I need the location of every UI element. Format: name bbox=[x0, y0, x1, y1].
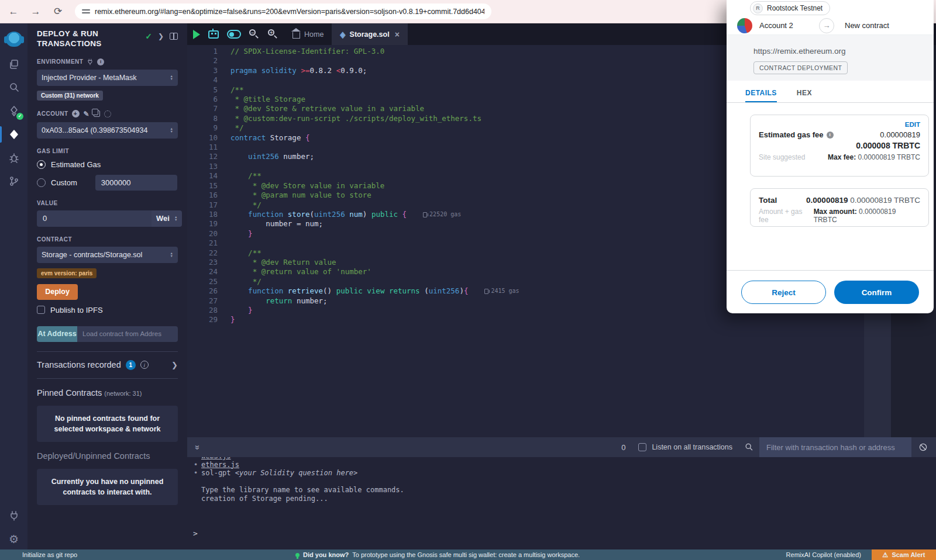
sidebar-item-git[interactable] bbox=[0, 170, 27, 193]
listen-checkbox[interactable] bbox=[638, 443, 646, 451]
sidebar-item-search[interactable] bbox=[0, 76, 27, 99]
git-branch-icon bbox=[8, 175, 20, 187]
total-value: 0.00000819 0.00000819 TRBTC bbox=[806, 196, 920, 205]
environment-label: ENVIRONMENT i bbox=[37, 58, 178, 65]
compile-success-badge: ✓ bbox=[16, 113, 23, 120]
collapse-terminal-icon[interactable]: » bbox=[193, 445, 203, 450]
info-icon[interactable]: i bbox=[97, 58, 104, 65]
terminal-line: Type the library name to see available c… bbox=[187, 486, 936, 495]
to-account: New contract bbox=[845, 21, 889, 30]
environment-select[interactable]: Injected Provider - MetaMask bbox=[37, 70, 178, 86]
value-unit-select[interactable]: Wei bbox=[152, 210, 182, 227]
activity-bar: ✓ ⚙ bbox=[0, 23, 27, 551]
publish-ipfs-checkbox[interactable] bbox=[37, 306, 45, 314]
tab-storage-sol[interactable]: ◈ Storage.sol × bbox=[332, 23, 408, 45]
network-picker[interactable]: R Rootstock Testnet bbox=[750, 1, 830, 15]
run-script-icon[interactable] bbox=[193, 30, 200, 39]
account-label: ACCOUNT + ✎ bbox=[37, 110, 178, 118]
value-label: VALUE bbox=[37, 200, 178, 206]
sidebar-item-settings[interactable]: ⚙ bbox=[0, 527, 27, 551]
at-address-button[interactable]: At Address bbox=[37, 326, 77, 342]
close-icon[interactable]: × bbox=[395, 30, 400, 39]
fuel-icon bbox=[423, 212, 427, 217]
git-init-button[interactable]: Initialize as git repo bbox=[22, 551, 77, 558]
copy-icon[interactable] bbox=[94, 110, 100, 117]
edit-gas-button[interactable]: EDIT bbox=[759, 121, 920, 128]
reject-button[interactable]: Reject bbox=[741, 281, 826, 304]
terminal[interactable]: web3.jsethers.jssol-gpt <your Solidity q… bbox=[187, 457, 936, 551]
max-amount: Max amount: 0.00000819 TRBTC bbox=[814, 208, 920, 224]
clear-filter-icon[interactable] bbox=[918, 443, 928, 452]
sidebar-item-deploy-run[interactable] bbox=[0, 123, 27, 146]
custom-gas-input[interactable] bbox=[95, 175, 177, 191]
updown-icon bbox=[170, 75, 173, 80]
gas-estimate: 22520 gas bbox=[423, 210, 461, 219]
info-icon[interactable]: i bbox=[827, 132, 834, 139]
value-input[interactable] bbox=[37, 210, 152, 227]
add-account-icon[interactable]: + bbox=[72, 110, 80, 117]
back-icon[interactable]: ← bbox=[5, 3, 22, 20]
account-select[interactable]: 0xA03...85ac4 (0.398673504934 bbox=[37, 122, 178, 139]
gear-icon: ⚙ bbox=[9, 533, 19, 546]
confirm-button[interactable]: Confirm bbox=[834, 281, 919, 304]
search-icon bbox=[8, 82, 20, 94]
sidebar-item-debugger[interactable] bbox=[0, 146, 27, 170]
transactions-recorded-row[interactable]: Transactions recorded 1 i ❯ bbox=[37, 352, 178, 378]
warning-icon: ⚠ bbox=[883, 551, 889, 559]
panel-title: DEPLOY & RUN TRANSACTIONS bbox=[37, 29, 130, 49]
code-line[interactable]: 29} bbox=[187, 315, 936, 324]
arrow-right-icon: → bbox=[819, 18, 834, 33]
terminal-prompt[interactable]: > bbox=[193, 529, 198, 538]
gas-limit-label: GAS LIMIT bbox=[37, 148, 178, 154]
zoom-in-icon[interactable]: + bbox=[268, 29, 278, 40]
sidebar-item-solidity-compiler[interactable]: ✓ bbox=[0, 99, 27, 123]
contract-select[interactable]: Storage - contracts/Storage.sol bbox=[37, 247, 178, 263]
deployed-empty-message: Currently you have no unpinnedcontracts … bbox=[37, 469, 178, 505]
chevron-right-icon[interactable]: ❯ bbox=[158, 32, 164, 40]
at-address-input[interactable] bbox=[77, 326, 178, 342]
terminal-line[interactable]: ethers.js bbox=[187, 461, 936, 469]
copilot-toggle-icon[interactable] bbox=[227, 30, 241, 39]
total-card: Total 0.00000819 0.00000819 TRBTC Amount… bbox=[750, 188, 929, 227]
gas-fee-card: EDIT Estimated gas feei 0.00000819 0.000… bbox=[750, 115, 929, 177]
deploy-run-icon bbox=[8, 129, 20, 140]
url-text: remix.ethereum.org/#lang=en&optimize=fal… bbox=[95, 8, 484, 16]
pin-panel-icon[interactable] bbox=[170, 33, 178, 40]
chevron-right-icon[interactable]: ❯ bbox=[171, 361, 178, 369]
deploy-button[interactable]: Deploy bbox=[37, 284, 78, 300]
site-settings-icon[interactable] bbox=[82, 8, 90, 16]
url-bar[interactable]: remix.ethereum.org/#lang=en&optimize=fal… bbox=[75, 4, 491, 19]
files-icon bbox=[8, 58, 20, 70]
copilot-status[interactable]: RemixAI Copilot (enabled) bbox=[786, 551, 861, 558]
network-badge: Custom (31) network bbox=[37, 91, 103, 101]
custom-gas-radio[interactable] bbox=[37, 178, 46, 187]
zoom-out-icon[interactable]: − bbox=[249, 29, 260, 40]
estimated-gas-radio[interactable] bbox=[37, 160, 46, 169]
search-icon[interactable] bbox=[744, 443, 753, 452]
popup-accounts-header: Account 2 → New contract bbox=[727, 16, 934, 35]
ai-copilot-icon[interactable] bbox=[208, 30, 219, 39]
transaction-filter-input[interactable] bbox=[759, 437, 911, 457]
updown-icon bbox=[170, 252, 173, 257]
tab-home[interactable]: Home bbox=[284, 23, 332, 45]
edit-icon[interactable]: ✎ bbox=[84, 110, 90, 118]
pinned-contracts-title: Pinned Contracts (network: 31) bbox=[37, 379, 178, 397]
sidebar-item-plugin-manager[interactable] bbox=[0, 504, 27, 527]
reload-icon[interactable]: ⟳ bbox=[49, 3, 67, 20]
terminal-line bbox=[187, 478, 936, 486]
remix-logo-icon[interactable] bbox=[6, 32, 22, 47]
deploy-run-panel: DEPLOY & RUN TRANSACTIONS ✓ ❯ ENVIRONMEN… bbox=[27, 23, 187, 551]
gas-estimate: 2415 gas bbox=[484, 286, 519, 296]
scam-alert-button[interactable]: ⚠ Scam Alert bbox=[872, 549, 936, 560]
spinner-icon bbox=[104, 110, 111, 117]
tab-hex[interactable]: HEX bbox=[797, 85, 812, 102]
fuel-icon bbox=[484, 289, 488, 294]
lightbulb-icon bbox=[295, 553, 300, 557]
terminal-line: creation of Storage pending... bbox=[187, 495, 936, 503]
sidebar-item-file-explorer[interactable] bbox=[0, 53, 27, 76]
contract-label: CONTRACT bbox=[37, 236, 178, 243]
info-icon[interactable]: i bbox=[140, 361, 149, 369]
tab-details[interactable]: DETAILS bbox=[745, 85, 777, 102]
forward-icon[interactable]: → bbox=[27, 3, 44, 20]
origin-section: https://remix.ethereum.org CONTRACT DEPL… bbox=[727, 35, 934, 81]
